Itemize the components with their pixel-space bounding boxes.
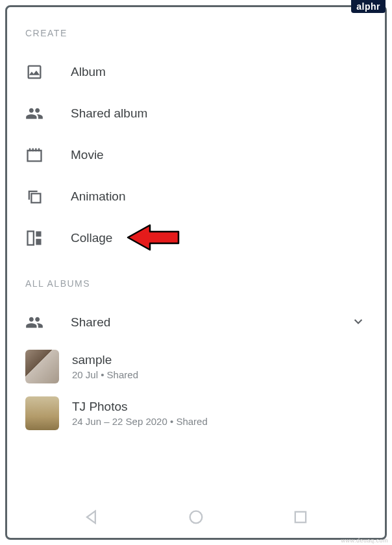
android-nav-bar — [7, 496, 385, 538]
album-thumbnail — [25, 396, 59, 430]
album-item-sample[interactable]: sample 20 Jul • Shared — [7, 343, 385, 390]
menu-label: Animation — [71, 189, 126, 204]
pointer-arrow-icon — [124, 220, 182, 255]
create-album[interactable]: Album — [7, 51, 385, 93]
svg-rect-4 — [295, 512, 305, 522]
animation-icon — [25, 188, 43, 206]
nav-home-button[interactable] — [187, 508, 205, 526]
device-frame: CREATE Album Shared album Movie Animatio… — [5, 5, 387, 540]
create-movie[interactable]: Movie — [7, 134, 385, 176]
create-collage[interactable]: Collage — [7, 217, 385, 259]
album-title: sample — [72, 353, 138, 367]
all-albums-header: ALL ALBUMS — [7, 273, 385, 302]
svg-rect-2 — [36, 239, 41, 245]
create-shared-album[interactable]: Shared album — [7, 93, 385, 134]
album-title: TJ Photos — [72, 400, 208, 414]
nav-recent-button[interactable] — [291, 508, 310, 526]
album-icon — [25, 63, 43, 81]
create-animation[interactable]: Animation — [7, 176, 385, 217]
album-subtitle: 24 Jun – 22 Sep 2020 • Shared — [72, 416, 208, 427]
movie-icon — [25, 146, 43, 164]
watermark: www.deuaq.com — [341, 537, 388, 544]
svg-rect-1 — [36, 232, 41, 237]
menu-label: Collage — [71, 231, 112, 245]
shared-album-icon — [25, 104, 43, 123]
menu-label: Shared — [71, 315, 110, 330]
album-item-tj-photos[interactable]: TJ Photos 24 Jun – 22 Sep 2020 • Shared — [7, 390, 385, 437]
menu-label: Shared album — [71, 106, 147, 121]
shared-icon — [25, 313, 43, 332]
menu-label: Album — [71, 65, 106, 79]
svg-point-3 — [190, 511, 202, 524]
album-thumbnail — [25, 350, 59, 383]
album-subtitle: 20 Jul • Shared — [72, 369, 138, 380]
create-header: CREATE — [7, 23, 385, 51]
all-albums-shared[interactable]: Shared — [7, 302, 385, 343]
screen: CREATE Album Shared album Movie Animatio… — [7, 7, 385, 538]
alphr-badge: alphr — [351, 0, 386, 13]
menu-label: Movie — [71, 148, 104, 162]
chevron-down-icon — [350, 313, 367, 332]
collage-icon — [25, 229, 43, 247]
nav-back-button[interactable] — [82, 508, 101, 526]
svg-rect-0 — [28, 232, 34, 245]
